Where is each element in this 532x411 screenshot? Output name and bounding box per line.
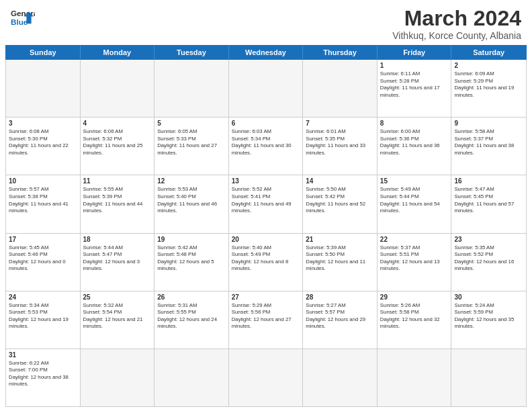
day-number: 8 (380, 120, 449, 127)
cell-w2-d0: 3Sunrise: 6:08 AMSunset: 5:30 PMDaylight… (6, 118, 81, 175)
header-saturday: Saturday (451, 46, 526, 59)
day-number: 31 (9, 351, 77, 359)
location-subtitle: Vithkuq, Korce County, Albania (392, 30, 521, 41)
day-number: 3 (9, 120, 77, 127)
cell-w2-d5: 8Sunrise: 6:00 AMSunset: 5:36 PMDaylight… (378, 118, 452, 175)
day-info: Sunrise: 5:39 AMSunset: 5:50 PMDaylight:… (306, 244, 374, 273)
day-number: 27 (232, 293, 300, 301)
header-tuesday: Tuesday (154, 46, 229, 59)
logo: General Blue (11, 7, 35, 31)
week-row-6: 31Sunrise: 6:22 AMSunset: 7:00 PMDayligh… (6, 349, 526, 406)
day-number: 5 (157, 120, 226, 127)
day-number: 25 (83, 293, 152, 301)
day-number: 23 (454, 236, 523, 243)
cell-w3-d4: 14Sunrise: 5:50 AMSunset: 5:42 PMDayligh… (303, 175, 378, 232)
day-info: Sunrise: 6:08 AMSunset: 5:30 PMDaylight:… (9, 128, 77, 156)
generalblue-logo-icon: General Blue (11, 7, 35, 31)
cell-w6-d0: 31Sunrise: 6:22 AMSunset: 7:00 PMDayligh… (6, 349, 81, 406)
cell-w6-d3 (229, 349, 304, 406)
day-number: 9 (454, 120, 523, 127)
cell-w4-d5: 22Sunrise: 5:37 AMSunset: 5:51 PMDayligh… (378, 234, 452, 291)
day-info: Sunrise: 5:58 AMSunset: 5:37 PMDaylight:… (454, 128, 523, 156)
day-number: 22 (380, 236, 449, 243)
day-info: Sunrise: 5:34 AMSunset: 5:53 PMDaylight:… (9, 302, 77, 330)
cell-w1-d5: 1Sunrise: 6:11 AMSunset: 5:28 PMDaylight… (378, 60, 452, 117)
day-number: 7 (306, 120, 374, 127)
cell-w4-d3: 20Sunrise: 5:40 AMSunset: 5:49 PMDayligh… (229, 234, 304, 291)
day-number: 13 (232, 177, 300, 185)
day-number: 14 (306, 177, 374, 185)
cell-w6-d2 (154, 349, 229, 406)
cell-w3-d2: 12Sunrise: 5:53 AMSunset: 5:40 PMDayligh… (154, 175, 229, 232)
cell-w4-d2: 19Sunrise: 5:42 AMSunset: 5:48 PMDayligh… (154, 234, 229, 291)
cell-w5-d5: 29Sunrise: 5:26 AMSunset: 5:58 PMDayligh… (378, 291, 452, 349)
header-wednesday: Wednesday (229, 46, 304, 59)
week-row-3: 10Sunrise: 5:57 AMSunset: 5:38 PMDayligh… (6, 175, 526, 233)
cell-w1-d0 (6, 60, 81, 117)
day-number: 11 (83, 177, 152, 185)
day-number: 21 (306, 236, 374, 243)
cell-w6-d4 (303, 349, 378, 406)
cell-w3-d3: 13Sunrise: 5:52 AMSunset: 5:41 PMDayligh… (229, 175, 304, 232)
day-info: Sunrise: 5:49 AMSunset: 5:44 PMDaylight:… (380, 186, 449, 214)
day-info: Sunrise: 6:01 AMSunset: 5:35 PMDaylight:… (306, 128, 374, 156)
cell-w4-d6: 23Sunrise: 5:35 AMSunset: 5:52 PMDayligh… (451, 234, 526, 291)
day-number: 6 (232, 120, 300, 127)
day-number: 26 (157, 293, 226, 301)
cell-w3-d6: 16Sunrise: 5:47 AMSunset: 5:45 PMDayligh… (451, 175, 526, 232)
day-number: 19 (157, 236, 226, 243)
day-info: Sunrise: 5:31 AMSunset: 5:55 PMDaylight:… (157, 302, 226, 330)
cell-w5-d4: 28Sunrise: 5:27 AMSunset: 5:57 PMDayligh… (303, 291, 378, 349)
calendar: Sunday Monday Tuesday Wednesday Thursday… (0, 45, 532, 411)
week-row-4: 17Sunrise: 5:45 AMSunset: 5:46 PMDayligh… (6, 234, 526, 291)
cell-w6-d6 (451, 349, 526, 406)
cell-w6-d5 (378, 349, 452, 406)
cell-w4-d4: 21Sunrise: 5:39 AMSunset: 5:50 PMDayligh… (303, 234, 378, 291)
day-info: Sunrise: 6:05 AMSunset: 5:33 PMDaylight:… (157, 128, 226, 156)
day-number: 1 (380, 62, 449, 69)
day-number: 12 (157, 177, 226, 185)
day-info: Sunrise: 6:06 AMSunset: 5:32 PMDaylight:… (83, 128, 152, 156)
title-block: March 2024 Vithkuq, Korce County, Albani… (392, 7, 521, 41)
cell-w1-d4 (303, 60, 378, 117)
week-row-1: 1Sunrise: 6:11 AMSunset: 5:28 PMDaylight… (6, 60, 526, 118)
day-info: Sunrise: 5:57 AMSunset: 5:38 PMDaylight:… (9, 186, 77, 214)
day-info: Sunrise: 6:03 AMSunset: 5:34 PMDaylight:… (232, 128, 300, 156)
day-info: Sunrise: 5:24 AMSunset: 5:59 PMDaylight:… (454, 302, 523, 330)
cell-w5-d1: 25Sunrise: 5:32 AMSunset: 5:54 PMDayligh… (81, 291, 155, 349)
day-number: 2 (454, 62, 523, 69)
day-info: Sunrise: 5:55 AMSunset: 5:39 PMDaylight:… (83, 186, 152, 214)
cell-w3-d5: 15Sunrise: 5:49 AMSunset: 5:44 PMDayligh… (378, 175, 452, 232)
day-info: Sunrise: 6:22 AMSunset: 7:00 PMDaylight:… (9, 360, 77, 388)
day-info: Sunrise: 5:52 AMSunset: 5:41 PMDaylight:… (232, 186, 300, 214)
day-info: Sunrise: 5:50 AMSunset: 5:42 PMDaylight:… (306, 186, 374, 214)
day-info: Sunrise: 6:11 AMSunset: 5:28 PMDaylight:… (380, 71, 449, 99)
week-row-2: 3Sunrise: 6:08 AMSunset: 5:30 PMDaylight… (6, 118, 526, 175)
cell-w6-d1 (81, 349, 155, 406)
day-info: Sunrise: 5:44 AMSunset: 5:47 PMDaylight:… (83, 244, 152, 273)
day-number: 24 (9, 293, 77, 301)
day-number: 4 (83, 120, 152, 127)
header-thursday: Thursday (303, 46, 378, 59)
day-info: Sunrise: 5:37 AMSunset: 5:51 PMDaylight:… (380, 244, 449, 273)
day-info: Sunrise: 5:26 AMSunset: 5:58 PMDaylight:… (380, 302, 449, 330)
day-info: Sunrise: 5:35 AMSunset: 5:52 PMDaylight:… (454, 244, 523, 273)
day-info: Sunrise: 5:45 AMSunset: 5:46 PMDaylight:… (9, 244, 77, 273)
cell-w3-d1: 11Sunrise: 5:55 AMSunset: 5:39 PMDayligh… (81, 175, 155, 232)
cell-w2-d2: 5Sunrise: 6:05 AMSunset: 5:33 PMDaylight… (154, 118, 229, 175)
header-monday: Monday (81, 46, 155, 59)
day-info: Sunrise: 5:47 AMSunset: 5:45 PMDaylight:… (454, 186, 523, 214)
day-number: 16 (454, 177, 523, 185)
day-number: 29 (380, 293, 449, 301)
calendar-body: 1Sunrise: 6:11 AMSunset: 5:28 PMDaylight… (5, 60, 527, 407)
header: General Blue March 2024 Vithkuq, Korce C… (0, 0, 532, 45)
day-number: 17 (9, 236, 77, 243)
day-info: Sunrise: 5:53 AMSunset: 5:40 PMDaylight:… (157, 186, 226, 214)
cell-w1-d2 (154, 60, 229, 117)
svg-text:Blue: Blue (11, 17, 28, 26)
day-number: 18 (83, 236, 152, 243)
calendar-header: Sunday Monday Tuesday Wednesday Thursday… (5, 45, 527, 60)
cell-w2-d4: 7Sunrise: 6:01 AMSunset: 5:35 PMDaylight… (303, 118, 378, 175)
page: General Blue March 2024 Vithkuq, Korce C… (0, 0, 532, 411)
day-number: 28 (306, 293, 374, 301)
